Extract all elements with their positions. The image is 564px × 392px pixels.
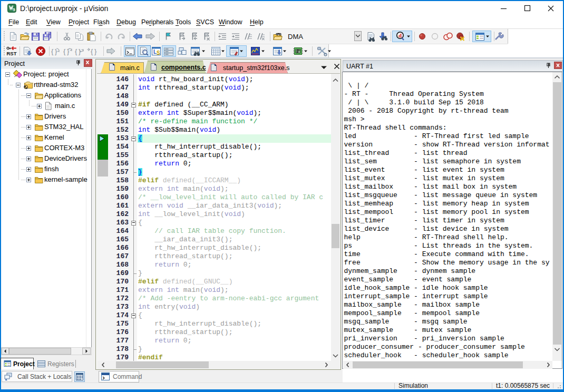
- svg-text:5: 5: [13, 7, 15, 12]
- svg-text:RST: RST: [7, 51, 17, 56]
- svg-text:{ }: { }: [63, 47, 70, 55]
- svg-text:{ }: { }: [91, 47, 97, 55]
- svg-text:S: S: [157, 50, 160, 56]
- svg-text:d: d: [398, 32, 402, 38]
